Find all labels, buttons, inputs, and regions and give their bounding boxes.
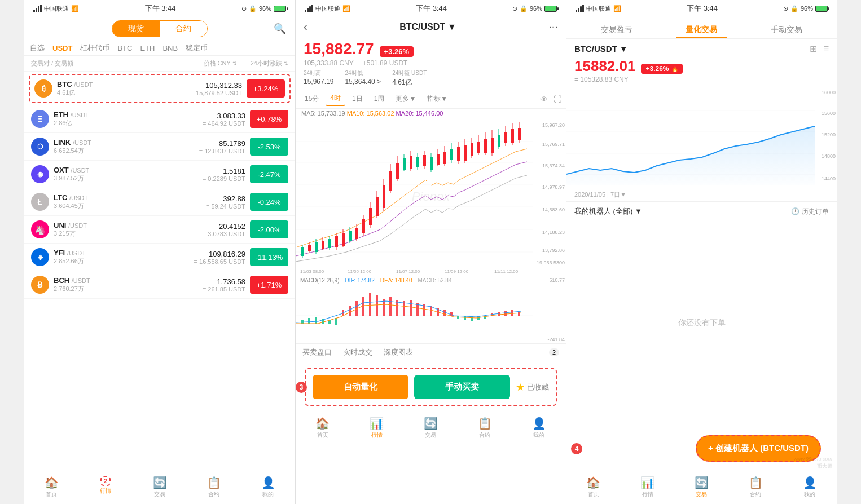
nav-home-3[interactable]: 🏠 首页	[566, 476, 621, 498]
eth-change-btn[interactable]: +0.78%	[250, 110, 288, 128]
badge-4: 4	[571, 443, 582, 454]
nav-profile-1[interactable]: 👤 我的	[241, 476, 295, 498]
tab-manual[interactable]: 手动交易	[744, 21, 829, 38]
uni-change-btn[interactable]: -2.00%	[250, 220, 288, 238]
nav-market-2[interactable]: 📊 行情	[350, 417, 404, 439]
market-row-eth[interactable]: Ξ ETH /USDT 2.86亿 3,083.33 = 464.92 USDT…	[24, 105, 295, 133]
nav-contract-2[interactable]: 📋 合约	[458, 417, 512, 439]
mc-y4: 14800	[822, 153, 836, 159]
nav-trade-2[interactable]: 🔄 交易	[404, 417, 458, 439]
tab-quant[interactable]: 量化交易	[659, 21, 744, 38]
svg-rect-79	[308, 318, 310, 324]
market-row-btc[interactable]: ₿ BTC /USDT 4.61亿 105,312.33 = 15,879.52…	[29, 74, 291, 103]
market-row-uni[interactable]: 🦄 UNI /USDT 3,215万 20.4152 = 3.0783 USDT…	[24, 216, 295, 244]
link-change-btn[interactable]: -2.53%	[250, 138, 288, 156]
ltc-change-btn[interactable]: -0.24%	[250, 193, 288, 211]
nav-home-1[interactable]: 🏠 首页	[24, 476, 78, 498]
list-icon-3[interactable]: ≡	[824, 43, 829, 54]
clock-icon: 🕐	[791, 207, 799, 215]
auto-quant-button[interactable]: 自动量化	[313, 375, 408, 399]
search-icon[interactable]: 🔍	[274, 23, 286, 35]
uni-price-col: 20.4152 = 3.0783 USDT	[150, 222, 245, 237]
pair-text-3: BTC/USDT	[574, 44, 617, 54]
y-label-2: 15,769.71	[542, 142, 565, 147]
tab-15m[interactable]: 15分	[300, 92, 323, 105]
robot-row: 我的机器人 (全部) ▼ 🕐 历史订单	[566, 201, 837, 221]
market-row-bch[interactable]: Ƀ BCH /USDT 2,760.27万 1,736.58 = 261.85 …	[24, 271, 295, 299]
tab-orderbook[interactable]: 买卖盘口	[302, 347, 332, 357]
grid-icon-3[interactable]: ⊞	[810, 43, 817, 54]
col-price[interactable]: 价格 CNY ⇅	[204, 59, 237, 68]
more-icon[interactable]: ···	[548, 20, 558, 33]
tab-trades[interactable]: 实时成交	[343, 347, 372, 357]
action-row: 自动量化 手动买卖 ★ 已收藏	[305, 368, 557, 406]
oxt-price-usdt: = 0.2289 USDT	[150, 175, 245, 182]
filter-zixuan[interactable]: 自选	[30, 43, 45, 53]
oxt-info: OXT /USDT 3,987.52万	[54, 166, 150, 183]
price-main-3: 15882.01 +3.26% 🔥	[574, 58, 829, 75]
pair-icons-3: ⊞ ≡	[810, 43, 829, 54]
btc-change-btn[interactable]: +3.24%	[247, 79, 285, 98]
col-change[interactable]: 24小时涨跌 ⇅	[251, 59, 288, 68]
eye-icon[interactable]: 👁	[540, 95, 548, 104]
market-row-yfi[interactable]: ◈ YFI /USDT 2,852.66万 109,816.29 = 16,55…	[24, 244, 295, 271]
tab-1w[interactable]: 1周	[370, 92, 389, 105]
nav-market-1[interactable]: 2 行情	[78, 476, 133, 498]
oxt-change-btn[interactable]: -2.47%	[250, 165, 288, 183]
back-button[interactable]: ‹	[304, 20, 308, 33]
spot-tab[interactable]: 现货	[112, 21, 160, 37]
nav-trade-3[interactable]: 🔄 交易	[675, 476, 729, 498]
market-row-link[interactable]: ⬡ LINK /USDT 6,652.54万 85.1789 = 12.8437…	[24, 133, 295, 161]
nav-trade-1[interactable]: 🔄 交易	[133, 476, 187, 498]
nav-contract-3[interactable]: 📋 合约	[728, 476, 783, 498]
favorite-button[interactable]: ★ 已收藏	[516, 375, 549, 399]
pair-dropdown-3[interactable]: ▼	[620, 44, 628, 54]
y-label-7: 13,792.86	[542, 247, 565, 253]
uni-info: UNI /USDT 3,215万	[54, 221, 150, 238]
date-text-3[interactable]: 2020/11/05 | 7日▼	[574, 191, 626, 199]
nav-home-2[interactable]: 🏠 首页	[296, 417, 350, 439]
status-right-3: ⊙ 🔒 96%	[783, 5, 828, 12]
nav-home-label-1: 首页	[46, 490, 57, 498]
mini-chart-svg	[566, 87, 815, 188]
tab-4h[interactable]: 4时	[326, 92, 345, 106]
tab-more[interactable]: 更多▼	[391, 92, 420, 105]
filter-btc[interactable]: BTC	[117, 44, 132, 52]
pct-badge-3: +3.26% 🔥	[641, 64, 682, 74]
nav-contract-1[interactable]: 📋 合约	[187, 476, 241, 498]
bch-change-btn[interactable]: +1.71%	[250, 276, 288, 294]
tab-pnl[interactable]: 交易盈亏	[574, 21, 659, 38]
tab-1d[interactable]: 1日	[348, 92, 367, 105]
action-row-wrapper: 3 自动量化 手动买卖 ★ 已收藏	[300, 365, 561, 409]
nav-profile-3[interactable]: 👤 我的	[783, 476, 837, 498]
oxt-price-col: 1.5181 = 0.2289 USDT	[150, 167, 245, 182]
filter-stable[interactable]: 稳定币	[186, 43, 208, 53]
tab-depth[interactable]: 深度图表	[384, 347, 413, 357]
nav-market-3[interactable]: 📊 行情	[621, 476, 675, 498]
nav-profile-2[interactable]: 👤 我的	[512, 417, 566, 439]
manual-trade-button[interactable]: 手动买卖	[414, 375, 510, 399]
contract-tab[interactable]: 合约	[160, 21, 207, 37]
fullscreen-icon[interactable]: ⛶	[554, 95, 561, 104]
filter-bnb[interactable]: BNB	[162, 44, 178, 52]
tab-indicator[interactable]: 指标▼	[423, 92, 452, 105]
wifi-icon-2: 📶	[342, 5, 350, 12]
svg-rect-109	[511, 310, 513, 316]
bottom-nav-1: 🏠 首页 2 行情 🔄 交易 📋 合约 👤 我的	[24, 472, 295, 504]
market-row-ltc[interactable]: Ł LTC /USDT 3,604.45万 392.88 = 59.24 USD…	[24, 188, 295, 216]
robot-select[interactable]: 我的机器人 (全部) ▼	[574, 206, 642, 216]
mc-y1: 16000	[822, 90, 836, 95]
filter-leverage[interactable]: 杠杆代币	[80, 43, 109, 53]
link-price-usdt: = 12.8437 USDT	[150, 148, 245, 154]
market-row-oxt[interactable]: ◉ OXT /USDT 3,987.52万 1.5181 = 0.2289 US…	[24, 161, 295, 188]
btc-pair: BTC /USDT	[57, 80, 150, 89]
price-cny-3: = 105328.83 CNY	[574, 76, 829, 83]
history-order-btn[interactable]: 🕐 历史订单	[791, 207, 829, 216]
phone1-market-list: 中国联通 📶 下午 3:44 ⊙ 🔒 96% 现货 合约 🔍 自选 USDT 杠…	[24, 0, 295, 504]
svg-rect-94	[410, 300, 412, 316]
chart-dropdown-icon[interactable]: ▼	[447, 22, 456, 32]
filter-usdt[interactable]: USDT	[52, 44, 72, 52]
filter-eth[interactable]: ETH	[140, 44, 155, 52]
yfi-change-btn[interactable]: -11.13%	[250, 248, 288, 266]
svg-rect-89	[376, 295, 378, 316]
